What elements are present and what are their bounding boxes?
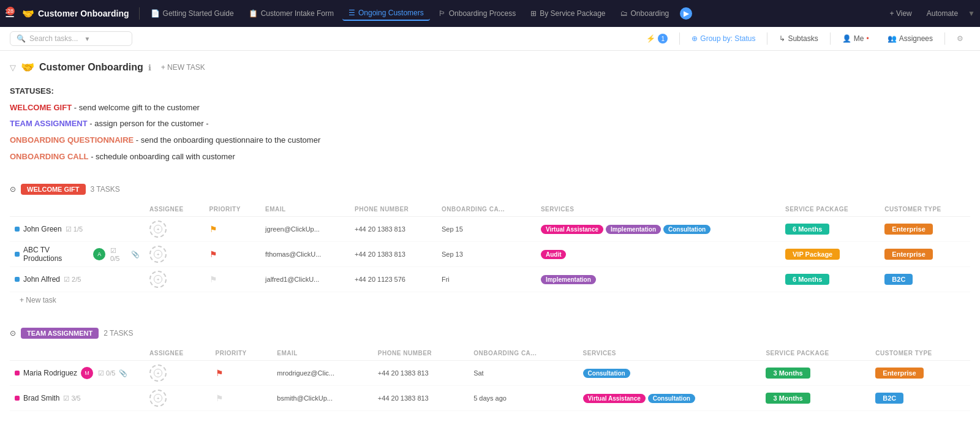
priority-flag[interactable]: ⚑ — [216, 368, 224, 378]
priority-cell-2[interactable]: ⚑ — [205, 267, 261, 292]
assignees-button[interactable]: 👥 Assignees — [881, 31, 940, 46]
priority-cell-0[interactable]: ⚑ — [211, 361, 273, 386]
section-toggle-welcome-gift[interactable]: ⊙ — [10, 185, 16, 194]
service-tag[interactable]: Virtual Assistance — [583, 394, 646, 403]
table-row[interactable]: ABC TV Productions A ☑ 0/5 📎 +⚑fthomas@C… — [10, 242, 970, 267]
task-name-text[interactable]: ABC TV Productions — [23, 246, 89, 263]
assignee-cell-1[interactable]: + — [145, 242, 205, 267]
status-team-label: TEAM ASSIGNMENT — [10, 119, 88, 128]
table-row[interactable]: John Green ☑ 1/5 +⚑jgreen@ClickUp...+44 … — [10, 217, 970, 242]
task-name-text[interactable]: John Green — [23, 225, 62, 233]
tab-by-service-label: By Service Package — [540, 9, 605, 18]
task-checkbox[interactable]: ☑ 2/5 — [64, 276, 81, 284]
ctype-tag[interactable]: B2C — [884, 274, 913, 285]
new-task-row[interactable]: + New task — [10, 292, 970, 308]
tab-onboarding[interactable]: 🗂 Onboarding — [614, 7, 676, 20]
table-row[interactable]: Maria Rodriguez M ☑ 0/5 📎 +⚑mrodriguez@C… — [10, 361, 970, 386]
add-assignee-icon[interactable]: + — [154, 250, 162, 258]
priority-flag[interactable]: ⚑ — [209, 274, 217, 284]
service-tag[interactable]: Consultation — [663, 225, 710, 234]
tab-by-service[interactable]: ⊞ By Service Package — [524, 7, 611, 20]
priority-cell-1[interactable]: ⚑ — [205, 242, 261, 267]
search-icon: 🔍 — [17, 34, 26, 43]
assignee-avatar[interactable]: + — [149, 364, 167, 382]
ctype-tag[interactable]: B2C — [875, 393, 903, 404]
service-tags: Consultation — [583, 369, 756, 378]
subtasks-button[interactable]: ↳ Subtasks — [772, 31, 824, 46]
app-logo[interactable]: 🤝 Customer Onboarding — [17, 8, 134, 20]
onboarding-cell-1: Sep 13 — [437, 242, 536, 267]
assignee-avatar[interactable]: + — [149, 246, 167, 263]
automate-button[interactable]: Automate — [922, 7, 963, 20]
package-tag[interactable]: VIP Package — [785, 249, 840, 260]
filter-button[interactable]: ⚡ 1 — [639, 31, 674, 47]
task-checkbox[interactable]: ☑ 3/5 — [63, 394, 80, 402]
info-icon[interactable]: ℹ — [148, 63, 151, 72]
ctype-tag[interactable]: Enterprise — [884, 249, 932, 260]
add-assignee-icon[interactable]: + — [154, 225, 162, 233]
task-name-text[interactable]: Maria Rodriguez — [23, 369, 77, 377]
page-header: ▽ 🤝 Customer Onboarding ℹ + NEW TASK — [10, 61, 970, 74]
group-by-button[interactable]: ⊕ Group by: Status — [685, 31, 762, 46]
package-tag[interactable]: 6 Months — [785, 224, 829, 235]
assignee-avatar[interactable]: + — [149, 221, 167, 238]
task-checkbox[interactable]: ☑ 1/5 — [66, 225, 83, 233]
assignee-cell-0[interactable]: + — [145, 361, 211, 386]
collapse-icon[interactable]: ▽ — [10, 63, 16, 72]
table-row[interactable]: Brad Smith ☑ 3/5 +⚑bsmith@ClickUp...+44 … — [10, 386, 970, 411]
service-tag[interactable]: Audit — [541, 250, 567, 259]
package-tag[interactable]: 3 Months — [766, 368, 810, 379]
ctype-tag[interactable]: Enterprise — [884, 224, 932, 235]
priority-cell-1[interactable]: ⚑ — [211, 386, 273, 411]
section-badge-welcome-gift[interactable]: WELCOME GIFT — [21, 184, 86, 195]
email-cell-0: jgreen@ClickUp... — [260, 217, 350, 242]
assignee-cell-2[interactable]: + — [145, 267, 205, 292]
status-questionnaire-label: ONBOARDING QUESTIONNAIRE — [10, 135, 134, 145]
add-assignee-icon[interactable]: + — [154, 369, 162, 377]
service-tags: Virtual AssistanceImplementationConsulta… — [541, 225, 775, 234]
tab-ongoing-customers[interactable]: ☰ Ongoing Customers — [342, 6, 430, 21]
view-button[interactable]: + View — [885, 7, 917, 20]
assignee-cell-0[interactable]: + — [145, 217, 205, 242]
table-row[interactable]: John Alfred ☑ 2/5 +⚑jalfred1@ClickU...+4… — [10, 267, 970, 292]
service-tag[interactable]: Implementation — [541, 275, 596, 284]
me-button[interactable]: 👤 Me • — [835, 31, 876, 46]
section-badge-team-assignment[interactable]: TEAM ASSIGNMENT — [21, 328, 99, 339]
phone-text: +44 20 1383 813 — [355, 225, 405, 233]
package-tag[interactable]: 6 Months — [785, 274, 829, 285]
add-assignee-icon[interactable]: + — [154, 275, 162, 284]
add-assignee-icon[interactable]: + — [154, 394, 162, 402]
ctype-tag[interactable]: Enterprise — [875, 368, 923, 379]
priority-flag[interactable]: ⚑ — [216, 393, 224, 403]
service-tag[interactable]: Virtual Assistance — [541, 225, 603, 234]
task-name-text[interactable]: Brad Smith — [23, 394, 59, 402]
task-checkbox[interactable]: ☑ 0/5 — [110, 247, 127, 262]
service-tag[interactable]: Consultation — [583, 369, 630, 378]
onboarding-date: Fri — [442, 276, 450, 283]
search-box[interactable]: 🔍 Search tasks... ▼ — [10, 31, 132, 46]
assignee-avatar[interactable]: + — [149, 271, 167, 288]
assignee-cell-1[interactable]: + — [145, 386, 211, 411]
tab-getting-started[interactable]: 📄 Getting Started Guide — [145, 7, 240, 20]
new-task-button[interactable]: + NEW TASK — [156, 62, 210, 73]
service-tag[interactable]: Implementation — [606, 225, 661, 234]
package-tag[interactable]: 3 Months — [766, 393, 810, 404]
service-tag[interactable]: Consultation — [648, 394, 695, 403]
column-header-task-col — [10, 202, 145, 217]
settings-button[interactable]: ⚙ — [950, 31, 970, 46]
task-checkbox[interactable]: ☑ 0/5 — [98, 369, 115, 377]
tab-intake-form[interactable]: 📋 Customer Intake Form — [243, 7, 340, 20]
hamburger-menu[interactable]: ☰ 28 — [5, 7, 15, 20]
column-header-phone-col: PHONE NUMBER — [373, 346, 469, 361]
settings-icon: ⚙ — [957, 34, 963, 43]
priority-cell-0[interactable]: ⚑ — [205, 217, 261, 242]
onboarding-date: Sep 15 — [442, 225, 463, 233]
section-toggle-team-assignment[interactable]: ⊙ — [10, 329, 16, 338]
priority-flag[interactable]: ⚑ — [209, 249, 217, 259]
priority-flag[interactable]: ⚑ — [209, 224, 217, 234]
more-tabs-button[interactable]: ▶ — [680, 7, 692, 20]
task-name-text[interactable]: John Alfred — [23, 275, 60, 284]
phone-cell-1: +44 20 1383 813 — [373, 386, 469, 411]
tab-onboarding-process[interactable]: 🏳 Onboarding Process — [432, 7, 522, 20]
assignee-avatar[interactable]: + — [149, 390, 167, 407]
